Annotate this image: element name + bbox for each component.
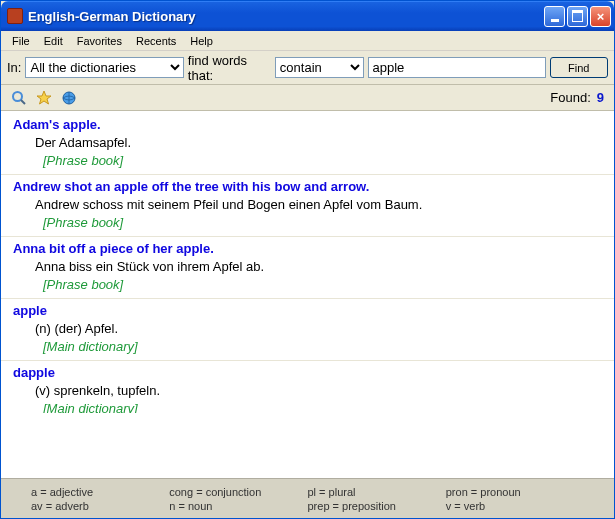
legend: a = adjective cong = conjunction pl = pl… bbox=[1, 478, 614, 518]
result-entry: dapple (v) sprenkeln, tupfeln. [Main dic… bbox=[1, 361, 614, 413]
result-entry: Anna bit off a piece of her apple. Anna … bbox=[1, 237, 614, 299]
result-entry: Andrew shot an apple off the tree with h… bbox=[1, 175, 614, 237]
menu-recents[interactable]: Recents bbox=[129, 33, 183, 49]
result-source: [Phrase book] bbox=[13, 153, 602, 168]
legend-item: pron = pronoun bbox=[446, 486, 584, 498]
legend-item: prep = preposition bbox=[308, 500, 446, 512]
svg-point-0 bbox=[13, 92, 22, 101]
result-term[interactable]: Anna bit off a piece of her apple. bbox=[13, 241, 602, 256]
result-translation: Anna biss ein Stück von ihrem Apfel ab. bbox=[13, 259, 602, 274]
menu-favorites[interactable]: Favorites bbox=[70, 33, 129, 49]
find-words-label: find words that: bbox=[188, 53, 271, 83]
result-translation: (v) sprenkeln, tupfeln. bbox=[13, 383, 602, 398]
legend-item: pl = plural bbox=[308, 486, 446, 498]
result-translation: (n) (der) Apfel. bbox=[13, 321, 602, 336]
found-label: Found: bbox=[550, 90, 590, 105]
web-icon[interactable] bbox=[57, 87, 80, 109]
legend-item: cong = conjunction bbox=[169, 486, 307, 498]
maximize-button[interactable] bbox=[567, 6, 588, 27]
found-count: 9 bbox=[597, 90, 604, 105]
toolbar: Found: 9 bbox=[1, 85, 614, 111]
result-term[interactable]: dapple bbox=[13, 365, 602, 380]
app-window: English-German Dictionary × File Edit Fa… bbox=[0, 0, 615, 519]
result-term[interactable]: Andrew shot an apple off the tree with h… bbox=[13, 179, 602, 194]
result-translation: Der Adamsapfel. bbox=[13, 135, 602, 150]
result-translation: Andrew schoss mit seinem Pfeil und Bogen… bbox=[13, 197, 602, 212]
app-icon bbox=[7, 8, 23, 24]
minimize-button[interactable] bbox=[544, 6, 565, 27]
search-icon[interactable] bbox=[7, 87, 30, 109]
match-mode-select[interactable]: contain bbox=[275, 57, 364, 78]
dictionary-select[interactable]: All the dictionaries bbox=[25, 57, 183, 78]
svg-marker-2 bbox=[37, 91, 51, 104]
legend-item: n = noun bbox=[169, 500, 307, 512]
menu-edit[interactable]: Edit bbox=[37, 33, 70, 49]
menu-help[interactable]: Help bbox=[183, 33, 220, 49]
find-button[interactable]: Find bbox=[550, 57, 609, 78]
result-entry: Adam's apple. Der Adamsapfel. [Phrase bo… bbox=[1, 113, 614, 175]
legend-item: v = verb bbox=[446, 500, 584, 512]
results-list[interactable]: Adam's apple. Der Adamsapfel. [Phrase bo… bbox=[1, 111, 614, 478]
result-source: [Phrase book] bbox=[13, 277, 602, 292]
result-term[interactable]: apple bbox=[13, 303, 602, 318]
titlebar[interactable]: English-German Dictionary × bbox=[1, 1, 614, 31]
favorite-icon[interactable] bbox=[32, 87, 55, 109]
search-input[interactable] bbox=[368, 57, 546, 78]
search-bar: In: All the dictionaries find words that… bbox=[1, 51, 614, 85]
legend-item: av = adverb bbox=[31, 500, 169, 512]
legend-item: a = adjective bbox=[31, 486, 169, 498]
window-title: English-German Dictionary bbox=[28, 9, 544, 24]
result-source: [Main dictionary] bbox=[13, 339, 602, 354]
menu-file[interactable]: File bbox=[5, 33, 37, 49]
in-label: In: bbox=[7, 60, 21, 75]
close-button[interactable]: × bbox=[590, 6, 611, 27]
svg-line-1 bbox=[21, 100, 25, 104]
results-area: Adam's apple. Der Adamsapfel. [Phrase bo… bbox=[1, 111, 614, 478]
menubar: File Edit Favorites Recents Help bbox=[1, 31, 614, 51]
result-entry: apple (n) (der) Apfel. [Main dictionary] bbox=[1, 299, 614, 361]
result-term[interactable]: Adam's apple. bbox=[13, 117, 602, 132]
result-source: [Main dictionary] bbox=[13, 401, 602, 413]
result-source: [Phrase book] bbox=[13, 215, 602, 230]
